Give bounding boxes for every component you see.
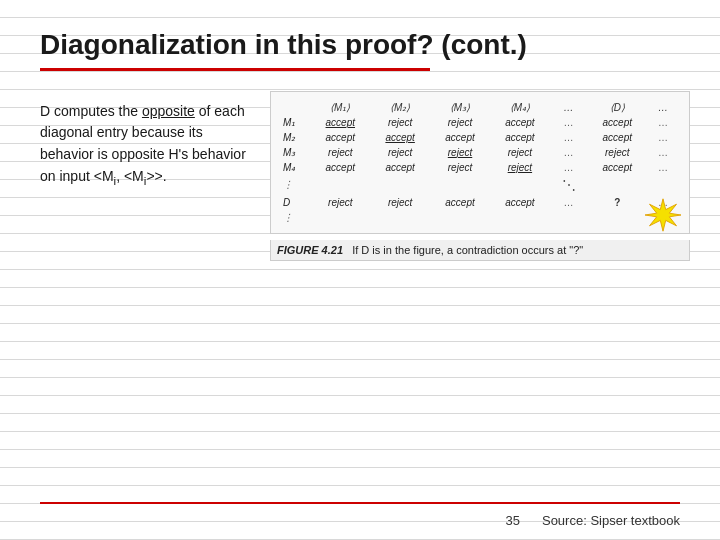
cell <box>587 175 647 195</box>
body-area: D computes the opposite of each diagonal… <box>0 71 720 540</box>
cell: ⋱ <box>550 175 588 195</box>
table-row: M₄ accept accept reject reject … accept … <box>281 160 679 175</box>
cell: accept <box>310 160 370 175</box>
underline-opposite: opposite <box>142 103 195 119</box>
cell-dots: … <box>647 115 679 130</box>
cell-dots: … <box>550 160 588 175</box>
starburst-icon <box>645 197 681 233</box>
row-label-m3: M₃ <box>281 145 310 160</box>
left-text-block: D computes the opposite of each diagonal… <box>40 91 250 530</box>
cell-dots: … <box>550 145 588 160</box>
cell: accept <box>587 160 647 175</box>
source-text: Source: Sipser textbook <box>542 513 680 528</box>
cell: accept <box>310 130 370 145</box>
cell <box>647 175 679 195</box>
cell-dots: … <box>550 130 588 145</box>
cell: reject <box>430 115 490 130</box>
cell: reject <box>370 195 430 210</box>
cell: reject <box>587 145 647 160</box>
table-row: M₁ accept reject reject accept … accept … <box>281 115 679 130</box>
cell: accept <box>490 130 550 145</box>
cell <box>370 175 430 195</box>
col-header-m1: ⟨M₁⟩ <box>310 100 370 115</box>
slide: Diagonalization in this proof? (cont.) D… <box>0 0 720 540</box>
cell-dots: … <box>647 160 679 175</box>
cell <box>490 210 550 225</box>
cell: accept <box>370 160 430 175</box>
table-row-dots: ⋮ ⋱ <box>281 175 679 195</box>
row-label-m2: M₂ <box>281 130 310 145</box>
cell-dots: … <box>647 145 679 160</box>
cell <box>310 210 370 225</box>
title-area: Diagonalization in this proof? (cont.) <box>0 0 720 71</box>
bottom-divider <box>40 502 680 504</box>
cell-dots: … <box>550 115 588 130</box>
cell: reject <box>490 160 550 175</box>
cell: reject <box>490 145 550 160</box>
page-number: 35 <box>506 513 520 528</box>
col-header-dots1: … <box>550 100 588 115</box>
cell: accept <box>370 130 430 145</box>
figure-table: ⟨M₁⟩ ⟨M₂⟩ ⟨M₃⟩ ⟨M₄⟩ … ⟨D⟩ … M₁ <box>281 100 679 225</box>
cell: reject <box>430 145 490 160</box>
cell: accept <box>310 115 370 130</box>
cell-dots: … <box>550 195 588 210</box>
cell: reject <box>430 160 490 175</box>
figure-caption: FIGURE 4.21 If D is in the figure, a con… <box>270 240 690 261</box>
figure-area: ⟨M₁⟩ ⟨M₂⟩ ⟨M₃⟩ ⟨M₄⟩ … ⟨D⟩ … M₁ <box>270 91 690 530</box>
cell <box>550 210 588 225</box>
cell: accept <box>587 115 647 130</box>
cell <box>430 210 490 225</box>
cell: accept <box>490 115 550 130</box>
table-row-d: D reject reject accept accept … ? … <box>281 195 679 210</box>
svg-marker-0 <box>645 198 681 230</box>
col-header-m3: ⟨M₃⟩ <box>430 100 490 115</box>
cell: reject <box>310 195 370 210</box>
cell: accept <box>490 195 550 210</box>
row-label-m1: M₁ <box>281 115 310 130</box>
row-label-d: D <box>281 195 310 210</box>
description-text: D computes the opposite of each diagonal… <box>40 101 250 190</box>
cell: accept <box>430 130 490 145</box>
col-header-m4: ⟨M₄⟩ <box>490 100 550 115</box>
cell: reject <box>370 145 430 160</box>
cell <box>370 210 430 225</box>
col-header-d: ⟨D⟩ <box>587 100 647 115</box>
figure-caption-text: If D is in the figure, a contradiction o… <box>346 244 583 256</box>
col-header-m2: ⟨M₂⟩ <box>370 100 430 115</box>
cell <box>490 175 550 195</box>
figure-label: FIGURE 4.21 <box>277 244 343 256</box>
figure-table-container: ⟨M₁⟩ ⟨M₂⟩ ⟨M₃⟩ ⟨M₄⟩ … ⟨D⟩ … M₁ <box>270 91 690 234</box>
col-header-empty <box>281 100 310 115</box>
cell <box>310 175 370 195</box>
cell: accept <box>430 195 490 210</box>
cell <box>587 210 647 225</box>
cell: reject <box>310 145 370 160</box>
row-label-vdots2: ⋮ <box>281 210 310 225</box>
row-label-m4: M₄ <box>281 160 310 175</box>
cell-dots: … <box>647 130 679 145</box>
table-row: M₂ accept accept accept accept … accept … <box>281 130 679 145</box>
table-row: M₃ reject reject reject reject … reject … <box>281 145 679 160</box>
row-label-vdots1: ⋮ <box>281 175 310 195</box>
cell: accept <box>587 130 647 145</box>
table-row-vdots2: ⋮ <box>281 210 679 225</box>
cell <box>430 175 490 195</box>
cell: reject <box>370 115 430 130</box>
cell-question: ? <box>587 195 647 210</box>
col-header-dots2: … <box>647 100 679 115</box>
slide-title: Diagonalization in this proof? (cont.) <box>40 28 680 62</box>
